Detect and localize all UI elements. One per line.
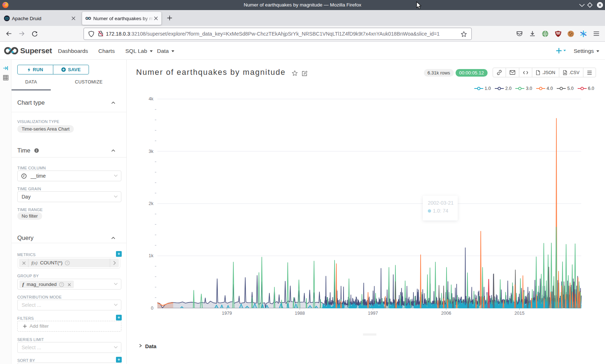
- svg-text:2015: 2015: [515, 311, 525, 316]
- svg-text:2006: 2006: [441, 311, 451, 316]
- svg-text:?: ?: [61, 283, 63, 286]
- svg-text:1k: 1k: [149, 253, 154, 258]
- svg-text:?: ?: [67, 261, 68, 265]
- svg-text:1979: 1979: [222, 311, 232, 316]
- svg-text:4k: 4k: [149, 96, 154, 101]
- svg-text:0: 0: [151, 306, 153, 311]
- svg-text:1988: 1988: [295, 311, 305, 316]
- svg-text:3k: 3k: [149, 149, 154, 154]
- svg-text:1997: 1997: [368, 311, 378, 316]
- svg-text:2k: 2k: [149, 201, 154, 206]
